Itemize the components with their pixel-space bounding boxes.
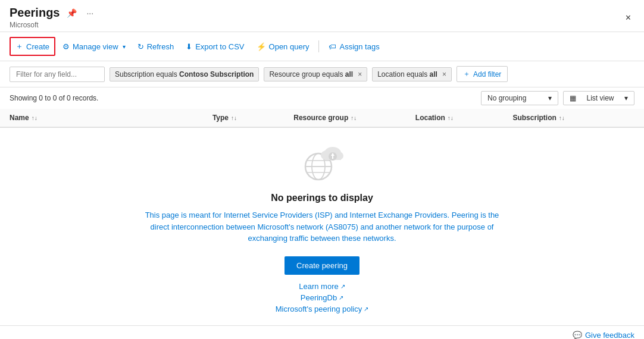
chevron-down-icon: ▾ xyxy=(123,43,126,50)
page-container: Peerings 📌 ··· Microsoft × ＋ Create ⚙ Ma… xyxy=(0,0,644,339)
create-peering-button[interactable]: Create peering xyxy=(285,256,359,275)
create-peering-label: Create peering xyxy=(296,261,348,270)
open-query-label: Open query xyxy=(269,42,310,51)
location-filter-close[interactable]: × xyxy=(442,70,446,79)
add-filter-label: Add filter xyxy=(473,70,501,79)
plus-icon: ＋ xyxy=(15,41,23,52)
empty-state: No peerings to display This page is mean… xyxy=(0,128,644,325)
pin-button[interactable]: 📌 xyxy=(64,7,79,19)
peeringdb-label: PeeringDb xyxy=(301,293,337,302)
gear-icon: ⚙ xyxy=(62,42,70,51)
feedback-icon: 💬 xyxy=(573,331,582,340)
learn-more-label: Learn more xyxy=(299,282,338,291)
assign-tags-button[interactable]: 🏷 Assign tags xyxy=(324,39,384,54)
subscription-filter-text: Subscription equals Contoso Subscription xyxy=(115,70,254,79)
location-sort-icon: ↑↓ xyxy=(448,115,454,121)
grouping-label: No grouping xyxy=(487,94,526,102)
more-options-button[interactable]: ··· xyxy=(84,7,96,19)
page-header: Peerings 📌 ··· Microsoft × xyxy=(0,0,644,32)
create-label: Create xyxy=(26,42,49,51)
rg-filter-close[interactable]: × xyxy=(358,70,362,79)
location-filter-tag: Location equals all × xyxy=(372,67,452,81)
feedback-label: Give feedback xyxy=(585,331,634,340)
toolbar: ＋ Create ⚙ Manage view ▾ ↻ Refresh ⬇ Exp… xyxy=(0,32,644,61)
svg-rect-11 xyxy=(332,156,333,159)
close-icon: × xyxy=(626,12,631,23)
peering-policy-label: Microsoft's peering policy xyxy=(276,305,362,313)
refresh-icon: ↻ xyxy=(137,42,144,51)
manage-view-label: Manage view xyxy=(73,42,118,51)
peering-policy-link[interactable]: Microsoft's peering policy ↗ xyxy=(276,305,369,313)
col-header-location[interactable]: Location ↑↓ xyxy=(415,114,513,122)
add-filter-icon: ＋ xyxy=(463,69,470,79)
page-subtitle: Microsoft xyxy=(10,21,96,29)
peeringdb-link[interactable]: PeeringDb ↗ xyxy=(301,293,343,302)
title-text: Peerings xyxy=(10,6,60,20)
filter-input[interactable] xyxy=(10,67,105,82)
give-feedback-button[interactable]: 💬 Give feedback xyxy=(573,331,634,340)
list-view-select[interactable]: ▦ List view ▾ xyxy=(563,91,634,105)
rg-filter-text: Resource group equals all xyxy=(269,70,353,79)
grouping-select[interactable]: No grouping ▾ xyxy=(481,91,558,105)
assign-tags-label: Assign tags xyxy=(339,42,379,51)
header-left: Peerings 📌 ··· Microsoft xyxy=(10,6,96,29)
learn-more-link[interactable]: Learn more ↗ xyxy=(299,282,345,291)
page-title: Peerings 📌 ··· xyxy=(10,6,96,20)
export-csv-button[interactable]: ⬇ Export to CSV xyxy=(181,39,249,54)
more-icon: ··· xyxy=(86,8,93,18)
tag-icon: 🏷 xyxy=(329,42,336,51)
export-csv-label: Export to CSV xyxy=(195,42,244,51)
globe-cloud-icon xyxy=(298,140,346,183)
view-controls: No grouping ▾ ▦ List view ▾ xyxy=(481,91,634,105)
col-header-type[interactable]: Type ↑↓ xyxy=(212,114,293,122)
manage-view-button[interactable]: ⚙ Manage view ▾ xyxy=(58,39,130,54)
refresh-label: Refresh xyxy=(147,42,174,51)
links-section: Learn more ↗ PeeringDb ↗ Microsoft's pee… xyxy=(276,282,369,313)
grouping-chevron-icon: ▾ xyxy=(548,94,552,102)
subscription-filter-tag: Subscription equals Contoso Subscription xyxy=(110,67,259,81)
list-view-chevron-icon: ▾ xyxy=(624,94,628,102)
query-icon: ⚡ xyxy=(257,42,266,51)
toolbar-separator xyxy=(318,40,319,52)
table-header: Name ↑↓ Type ↑↓ Resource group ↑↓ Locati… xyxy=(0,109,644,128)
empty-title: No peerings to display xyxy=(271,193,373,203)
name-sort-icon: ↑↓ xyxy=(32,115,37,121)
create-button[interactable]: ＋ Create xyxy=(10,37,55,56)
list-view-label: List view xyxy=(586,94,614,102)
type-sort-icon: ↑↓ xyxy=(231,115,237,121)
empty-description: This page is meant for Internet Service … xyxy=(143,209,501,244)
download-icon: ⬇ xyxy=(186,42,192,51)
pin-icon: 📌 xyxy=(67,8,77,18)
resource-group-filter-tag: Resource group equals all × xyxy=(264,67,367,81)
col-header-name[interactable]: Name ↑↓ xyxy=(10,114,212,122)
external-link-icon: ↗ xyxy=(340,283,345,290)
rg-sort-icon: ↑↓ xyxy=(351,115,357,121)
filter-row: Subscription equals Contoso Subscription… xyxy=(0,61,644,87)
list-view-icon: ▦ xyxy=(570,94,576,102)
records-bar: Showing 0 to 0 of 0 records. No grouping… xyxy=(0,87,644,109)
peeringdb-external-icon: ↗ xyxy=(339,294,343,301)
refresh-button[interactable]: ↻ Refresh xyxy=(133,39,179,54)
col-header-subscription[interactable]: Subscription ↑↓ xyxy=(512,114,634,122)
add-filter-button[interactable]: ＋ Add filter xyxy=(457,66,508,82)
peering-policy-external-icon: ↗ xyxy=(364,306,368,312)
subscription-sort-icon: ↑↓ xyxy=(559,115,565,121)
location-filter-text: Location equals all xyxy=(377,70,437,79)
col-header-resource-group[interactable]: Resource group ↑↓ xyxy=(293,114,415,122)
open-query-button[interactable]: ⚡ Open query xyxy=(252,39,314,54)
page-footer: 💬 Give feedback xyxy=(0,325,644,340)
close-button[interactable]: × xyxy=(622,11,634,24)
records-info: Showing 0 to 0 of 0 records. xyxy=(10,94,98,102)
